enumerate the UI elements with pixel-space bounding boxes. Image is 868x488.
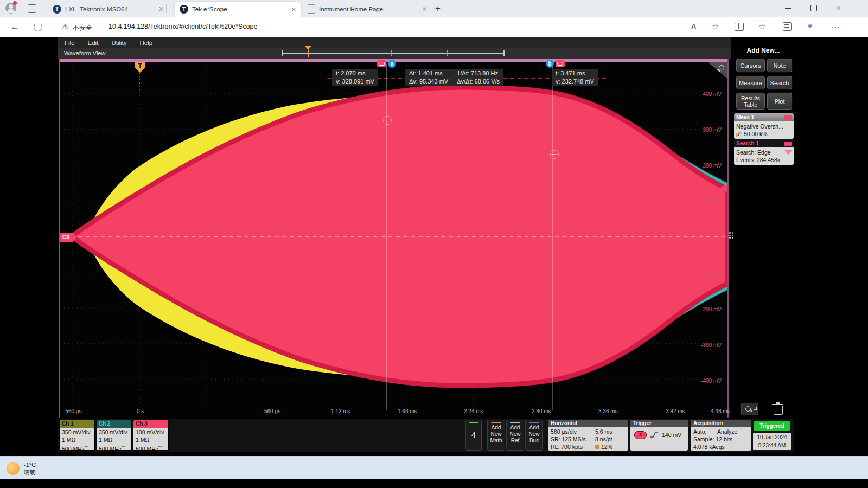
meas1-card[interactable]: Meas 1 Negative Oversh... μ': 50.00 k%	[734, 113, 794, 139]
weather-widget[interactable]: -1°C 晴朗	[7, 460, 72, 477]
favorite-star-icon[interactable]: ☆	[712, 22, 719, 31]
bottom-black-strip	[0, 479, 868, 488]
minimap-tick	[391, 50, 392, 56]
channel-2-badge[interactable]: Ch 2 350 mV/div 1 MΩ 500 MHzᴮᵂ	[96, 420, 132, 451]
refresh-icon[interactable]	[34, 23, 42, 31]
y-axis-label: 300 mV	[684, 127, 722, 133]
add-measure-button[interactable]: Measure	[736, 75, 765, 90]
url-text[interactable]: 10.4.194.128/Tektronix/#/client/c/Tek%20…	[108, 23, 257, 30]
cursor-a-handle[interactable]: a	[388, 60, 396, 68]
browser-tab-home[interactable]: Instrument Home Page	[303, 2, 432, 16]
label-line: New	[488, 431, 505, 438]
search1-card[interactable]: Search 1 Search: Edge Events: 284.458k	[734, 139, 794, 165]
horizontal-panel[interactable]: Horizontal 560 µs/div5.6 ms SR: 125 MS/s…	[548, 420, 628, 451]
minimap-left-bracket	[282, 50, 283, 56]
channel-4-badge[interactable]: 4	[465, 420, 482, 451]
add-new-bus-button[interactable]: Add New Bus	[525, 420, 543, 451]
panel-resize-handle[interactable]	[729, 228, 733, 242]
add-results-table-button[interactable]: Results Table	[736, 92, 765, 110]
browser-tab-lxi[interactable]: T LXI - Tektronix-MSO64	[48, 2, 169, 16]
search-dropdown-icon[interactable]	[784, 150, 792, 155]
taskbar-weather-text: 晴朗	[24, 468, 36, 476]
browser-address-bar: ← ⚠ 不安全 10.4.194.128/Tektronix/#/client/…	[0, 17, 868, 38]
zoom-tool-button[interactable]	[741, 403, 758, 415]
meas1-value: μ': 50.00 k%	[736, 130, 792, 138]
add-new-title: Add New...	[733, 47, 794, 54]
security-label: 不安全	[73, 23, 92, 33]
horizontal-minimap-track[interactable]	[282, 53, 505, 54]
browser-menu-icon[interactable]: …	[831, 20, 840, 30]
delta-time: Δt: 1.401 ms	[409, 69, 448, 78]
add-new-ref-button[interactable]: Add New Ref	[506, 420, 524, 451]
trigger-panel[interactable]: Trigger 3 140 mV	[630, 420, 688, 451]
tab-title: Tek e*Scope	[192, 6, 288, 12]
menu-help[interactable]: Help	[133, 40, 159, 46]
tab-favicon: T	[53, 5, 61, 14]
trash-icon[interactable]	[771, 402, 784, 416]
ch4-number: 4	[466, 430, 481, 439]
page-icon	[308, 4, 315, 14]
read-aloud-icon[interactable]: A	[691, 22, 696, 30]
label-line: Add	[526, 425, 542, 431]
menu-file[interactable]: File	[58, 40, 81, 46]
minimap-trigger-marker-icon[interactable]	[305, 46, 311, 50]
ch4-color-line	[469, 422, 478, 423]
add-note-button[interactable]: Note	[767, 58, 793, 73]
acq-count: 4.078 kAcqs	[693, 443, 749, 451]
window-maximize-button[interactable]	[810, 5, 817, 11]
search1-title: Search 1	[736, 140, 759, 146]
acq-mode: Auto,	[693, 428, 717, 435]
intensity-icon	[595, 445, 599, 449]
settings-strip: Ch 1 350 mV/div 1 MΩ 500 MHzᴮᵂ Ch 2 350 …	[58, 419, 794, 452]
add-cursors-button[interactable]: Cursors	[736, 58, 765, 73]
window-minimize-button[interactable]	[785, 8, 791, 9]
channel-1-badge[interactable]: Ch 1 350 mV/div 1 MΩ 500 MHzᴮᵂ	[59, 420, 95, 451]
cursor-link-badge[interactable]	[556, 60, 565, 67]
ref-color-line	[510, 422, 520, 423]
intensity-percent: 12%	[601, 444, 612, 450]
x-axis-label: 0 s	[137, 408, 144, 414]
browser-tab-escope[interactable]: T Tek e*Scope	[175, 2, 301, 17]
tab-title: Instrument Home Page	[319, 6, 418, 12]
waveform-canvas[interactable]	[60, 59, 727, 416]
taskbar-temperature: -1°C	[24, 461, 36, 468]
split-screen-icon[interactable]	[735, 23, 744, 31]
back-icon[interactable]: ←	[9, 21, 21, 33]
collections-icon[interactable]	[783, 22, 792, 31]
add-search-button[interactable]: Search	[767, 75, 793, 90]
cursor-b-readout: t: 3.471 ms v: 232.748 mV	[552, 69, 598, 86]
tab-close-icon[interactable]	[422, 7, 427, 11]
tab-close-icon[interactable]	[291, 7, 296, 12]
channel-3-badge[interactable]: Ch 3 100 mV/div 1 MΩ 500 MHzᴮᵂ	[133, 420, 169, 451]
add-new-math-button[interactable]: Add New Math	[487, 420, 505, 451]
ch2-scale: 350 mV/div	[99, 428, 129, 436]
cursor-a-volt: v: 328.091 mV	[336, 78, 374, 86]
cursor-b-drag-handle[interactable]	[550, 150, 559, 159]
bandwidth-icon: ᴮᵂ	[158, 445, 162, 449]
cursor-b-handle[interactable]: b	[546, 60, 554, 68]
waveform-display[interactable]: T a b t: 2.070 ms v: 328.091 mV Δt: 1.40…	[59, 59, 729, 418]
label-line: Add	[488, 425, 505, 431]
label-line: Ref	[507, 438, 524, 444]
browser-essentials-icon[interactable]: ♥	[808, 22, 812, 30]
add-plot-button[interactable]: Plot	[767, 92, 793, 110]
ch1-label: Ch 1	[60, 420, 94, 428]
browser-tab-strip: T LXI - Tektronix-MSO64 T Tek e*Scope In…	[0, 0, 868, 17]
menu-edit[interactable]: Edit	[81, 40, 105, 46]
ch3-label: Ch 3	[133, 420, 168, 428]
acquisition-panel[interactable]: Acquisition Auto,Analyze Sample: 12 bits…	[691, 420, 751, 451]
meas-badge-icon	[784, 115, 792, 120]
favorites-bar-icon[interactable]: ☆	[758, 22, 765, 31]
triggered-status-badge: Triggered	[754, 421, 790, 431]
window-close-button[interactable]	[836, 5, 842, 11]
windows-taskbar: -1°C 晴朗 搜索	[0, 456, 868, 480]
new-tab-button[interactable]: +	[431, 2, 444, 15]
tab-close-icon[interactable]	[159, 7, 164, 11]
label-line: Math	[488, 438, 505, 444]
trigger-level-arrow[interactable]	[720, 184, 727, 192]
tab-actions-icon[interactable]	[28, 4, 36, 13]
cursor-a-drag-handle[interactable]	[383, 116, 392, 125]
tab-waveform-view[interactable]: Waveform View	[64, 50, 105, 56]
menu-utility[interactable]: Utility	[105, 40, 133, 46]
cursor-link-badge[interactable]	[377, 60, 386, 67]
